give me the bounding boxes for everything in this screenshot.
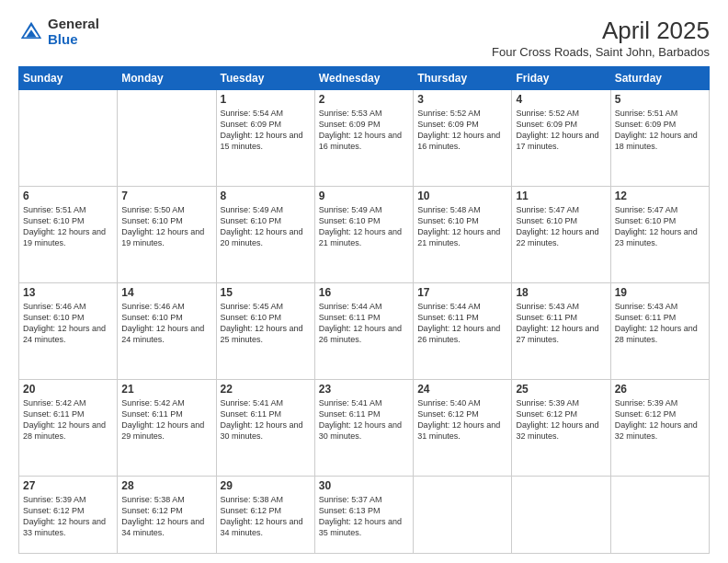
day-cell: 7Sunrise: 5:50 AM Sunset: 6:10 PM Daylig… <box>118 187 216 283</box>
day-info: Sunrise: 5:48 AM Sunset: 6:10 PM Dayligh… <box>417 204 507 249</box>
day-cell: 24Sunrise: 5:40 AM Sunset: 6:12 PM Dayli… <box>414 380 512 477</box>
day-number: 18 <box>516 286 606 299</box>
day-number: 12 <box>615 190 705 202</box>
calendar-title: April 2025 <box>492 17 710 45</box>
day-cell: 30Sunrise: 5:37 AM Sunset: 6:13 PM Dayli… <box>314 477 413 554</box>
day-cell <box>414 477 512 554</box>
day-info: Sunrise: 5:44 AM Sunset: 6:11 PM Dayligh… <box>319 301 409 346</box>
day-info: Sunrise: 5:43 AM Sunset: 6:11 PM Dayligh… <box>615 301 705 346</box>
day-info: Sunrise: 5:40 AM Sunset: 6:12 PM Dayligh… <box>417 397 507 442</box>
day-info: Sunrise: 5:50 AM Sunset: 6:10 PM Dayligh… <box>121 204 211 249</box>
header-row: SundayMondayTuesdayWednesdayThursdayFrid… <box>19 67 710 90</box>
day-number: 29 <box>221 479 311 492</box>
day-number: 23 <box>319 383 409 396</box>
day-cell: 5Sunrise: 5:51 AM Sunset: 6:09 PM Daylig… <box>610 90 709 187</box>
day-cell: 27Sunrise: 5:39 AM Sunset: 6:12 PM Dayli… <box>19 477 118 554</box>
header-thursday: Thursday <box>414 67 512 90</box>
day-info: Sunrise: 5:46 AM Sunset: 6:10 PM Dayligh… <box>23 301 113 346</box>
day-info: Sunrise: 5:39 AM Sunset: 6:12 PM Dayligh… <box>23 494 113 539</box>
calendar-table: SundayMondayTuesdayWednesdayThursdayFrid… <box>18 66 710 554</box>
day-info: Sunrise: 5:47 AM Sunset: 6:10 PM Dayligh… <box>615 204 705 249</box>
day-info: Sunrise: 5:37 AM Sunset: 6:13 PM Dayligh… <box>319 494 409 539</box>
day-info: Sunrise: 5:41 AM Sunset: 6:11 PM Dayligh… <box>221 397 311 442</box>
day-info: Sunrise: 5:39 AM Sunset: 6:12 PM Dayligh… <box>516 397 606 442</box>
day-cell: 25Sunrise: 5:39 AM Sunset: 6:12 PM Dayli… <box>512 380 610 477</box>
day-number: 27 <box>23 479 113 492</box>
day-info: Sunrise: 5:38 AM Sunset: 6:12 PM Dayligh… <box>221 494 311 539</box>
day-cell <box>610 477 709 554</box>
logo-icon <box>18 19 44 45</box>
week-row-1: 6Sunrise: 5:51 AM Sunset: 6:10 PM Daylig… <box>19 187 710 283</box>
week-row-4: 27Sunrise: 5:39 AM Sunset: 6:12 PM Dayli… <box>19 477 710 554</box>
day-cell: 10Sunrise: 5:48 AM Sunset: 6:10 PM Dayli… <box>414 187 512 283</box>
calendar-body: 1Sunrise: 5:54 AM Sunset: 6:09 PM Daylig… <box>19 90 710 554</box>
day-cell: 1Sunrise: 5:54 AM Sunset: 6:09 PM Daylig… <box>216 90 314 187</box>
week-row-0: 1Sunrise: 5:54 AM Sunset: 6:09 PM Daylig… <box>19 90 710 187</box>
day-number: 21 <box>121 383 211 396</box>
day-number: 25 <box>516 383 606 396</box>
header-monday: Monday <box>118 67 216 90</box>
day-cell: 22Sunrise: 5:41 AM Sunset: 6:11 PM Dayli… <box>216 380 314 477</box>
day-info: Sunrise: 5:51 AM Sunset: 6:10 PM Dayligh… <box>23 204 113 249</box>
header-saturday: Saturday <box>610 67 709 90</box>
day-cell: 6Sunrise: 5:51 AM Sunset: 6:10 PM Daylig… <box>19 187 118 283</box>
day-number: 15 <box>221 286 311 299</box>
day-cell: 12Sunrise: 5:47 AM Sunset: 6:10 PM Dayli… <box>610 187 709 283</box>
day-number: 17 <box>417 286 507 299</box>
day-cell <box>118 90 216 187</box>
day-info: Sunrise: 5:43 AM Sunset: 6:11 PM Dayligh… <box>516 301 606 346</box>
week-row-3: 20Sunrise: 5:42 AM Sunset: 6:11 PM Dayli… <box>19 380 710 477</box>
day-number: 7 <box>121 190 211 202</box>
day-number: 4 <box>516 93 606 106</box>
day-cell: 2Sunrise: 5:53 AM Sunset: 6:09 PM Daylig… <box>314 90 413 187</box>
page: General Blue April 2025 Four Cross Roads… <box>0 0 728 563</box>
day-number: 1 <box>221 93 311 106</box>
day-cell: 20Sunrise: 5:42 AM Sunset: 6:11 PM Dayli… <box>19 380 118 477</box>
day-number: 3 <box>417 93 507 106</box>
header-sunday: Sunday <box>19 67 118 90</box>
day-number: 10 <box>417 190 507 202</box>
day-cell <box>512 477 610 554</box>
day-cell: 13Sunrise: 5:46 AM Sunset: 6:10 PM Dayli… <box>19 283 118 380</box>
day-cell: 26Sunrise: 5:39 AM Sunset: 6:12 PM Dayli… <box>610 380 709 477</box>
day-info: Sunrise: 5:52 AM Sunset: 6:09 PM Dayligh… <box>516 108 606 153</box>
day-info: Sunrise: 5:49 AM Sunset: 6:10 PM Dayligh… <box>319 204 409 249</box>
day-number: 13 <box>23 286 113 299</box>
day-number: 11 <box>516 190 606 202</box>
day-number: 6 <box>23 190 113 202</box>
day-number: 30 <box>319 479 409 492</box>
header: General Blue April 2025 Four Cross Roads… <box>18 17 710 59</box>
header-friday: Friday <box>512 67 610 90</box>
day-cell: 19Sunrise: 5:43 AM Sunset: 6:11 PM Dayli… <box>610 283 709 380</box>
logo-text: General Blue <box>48 17 99 47</box>
day-info: Sunrise: 5:39 AM Sunset: 6:12 PM Dayligh… <box>615 397 705 442</box>
day-number: 5 <box>615 93 705 106</box>
day-info: Sunrise: 5:42 AM Sunset: 6:11 PM Dayligh… <box>121 397 211 442</box>
day-cell: 21Sunrise: 5:42 AM Sunset: 6:11 PM Dayli… <box>118 380 216 477</box>
day-cell: 28Sunrise: 5:38 AM Sunset: 6:12 PM Dayli… <box>118 477 216 554</box>
title-block: April 2025 Four Cross Roads, Saint John,… <box>492 17 710 59</box>
logo-general-text: General <box>48 17 99 32</box>
day-number: 28 <box>121 479 211 492</box>
day-cell: 23Sunrise: 5:41 AM Sunset: 6:11 PM Dayli… <box>314 380 413 477</box>
day-number: 19 <box>615 286 705 299</box>
day-cell: 8Sunrise: 5:49 AM Sunset: 6:10 PM Daylig… <box>216 187 314 283</box>
day-info: Sunrise: 5:45 AM Sunset: 6:10 PM Dayligh… <box>221 301 311 346</box>
day-cell: 16Sunrise: 5:44 AM Sunset: 6:11 PM Dayli… <box>314 283 413 380</box>
day-info: Sunrise: 5:53 AM Sunset: 6:09 PM Dayligh… <box>319 108 409 153</box>
day-info: Sunrise: 5:54 AM Sunset: 6:09 PM Dayligh… <box>221 108 311 153</box>
day-info: Sunrise: 5:46 AM Sunset: 6:10 PM Dayligh… <box>121 301 211 346</box>
day-number: 2 <box>319 93 409 106</box>
day-number: 26 <box>615 383 705 396</box>
day-number: 22 <box>221 383 311 396</box>
day-info: Sunrise: 5:38 AM Sunset: 6:12 PM Dayligh… <box>121 494 211 539</box>
day-number: 24 <box>417 383 507 396</box>
day-cell: 14Sunrise: 5:46 AM Sunset: 6:10 PM Dayli… <box>118 283 216 380</box>
day-cell: 4Sunrise: 5:52 AM Sunset: 6:09 PM Daylig… <box>512 90 610 187</box>
day-cell: 17Sunrise: 5:44 AM Sunset: 6:11 PM Dayli… <box>414 283 512 380</box>
calendar-header: SundayMondayTuesdayWednesdayThursdayFrid… <box>19 67 710 90</box>
header-wednesday: Wednesday <box>314 67 413 90</box>
day-info: Sunrise: 5:51 AM Sunset: 6:09 PM Dayligh… <box>615 108 705 153</box>
header-tuesday: Tuesday <box>216 67 314 90</box>
day-info: Sunrise: 5:49 AM Sunset: 6:10 PM Dayligh… <box>221 204 311 249</box>
